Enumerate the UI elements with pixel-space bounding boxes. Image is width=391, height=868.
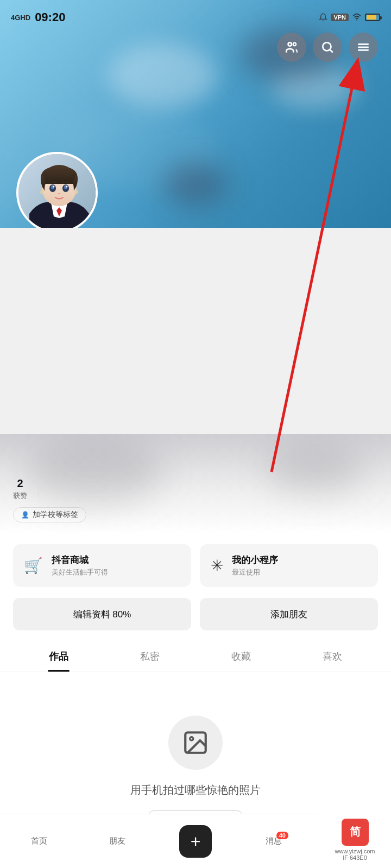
status-bar: 4GHD 09:20 VPN [0, 0, 391, 30]
svg-point-18 [40, 190, 43, 194]
service-card-apps[interactable]: ✳ 我的小程序 最近使用 [200, 544, 378, 587]
svg-point-16 [53, 186, 55, 188]
menu-icon [356, 40, 370, 54]
add-friend-button[interactable]: 添加朋友 [200, 598, 378, 630]
services-row: 🛒 抖音商城 美好生活触手可得 ✳ 我的小程序 最近使用 [13, 544, 378, 587]
avatar-container[interactable] [16, 152, 98, 228]
menu-button[interactable] [349, 33, 378, 62]
service-apps-desc: 最近使用 [232, 567, 278, 577]
friends-button[interactable] [277, 33, 306, 62]
bell-icon [319, 13, 327, 22]
tab-favorites[interactable]: 收藏 [195, 641, 287, 672]
cloud-shape-1 [109, 43, 217, 108]
nav-friends-label: 朋友 [109, 836, 125, 846]
apps-icon: ✳ [211, 557, 223, 575]
nav-create-button[interactable]: + [179, 825, 212, 858]
stat-likes-num: 2 [17, 477, 23, 490]
svg-point-19 [75, 190, 78, 194]
tab-works[interactable]: 作品 [13, 641, 104, 672]
dark-cloud-2 [163, 163, 228, 206]
search-button[interactable] [313, 33, 342, 62]
stats-row: 2 获赞 [13, 477, 378, 501]
search-icon [320, 40, 335, 54]
empty-icon-wrap [168, 716, 223, 770]
avatar-illustration [18, 154, 96, 228]
hero-section [0, 0, 391, 228]
profile-card: 2 获赞 👤 加学校等标签 🛒 抖音商城 美好生活触手可得 ✳ 我的小程序 最近… [0, 434, 391, 868]
status-time: 09:20 [35, 10, 65, 24]
battery-indicator [365, 14, 380, 21]
vpn-badge: VPN [331, 14, 349, 21]
svg-point-1 [288, 42, 292, 46]
cart-icon: 🛒 [24, 557, 43, 575]
stat-divider [38, 481, 39, 497]
service-card-shop[interactable]: 🛒 抖音商城 美好生活触手可得 [13, 544, 191, 587]
watermark-code: IF 643E0 [343, 854, 367, 861]
svg-point-17 [66, 186, 68, 188]
tab-private[interactable]: 私密 [104, 641, 195, 672]
top-actions [277, 33, 378, 62]
nav-plus-icon: + [191, 833, 201, 850]
empty-text: 用手机拍过哪些惊艳的照片 [130, 783, 261, 797]
nav-friends[interactable]: 朋友 [78, 836, 156, 846]
status-left: 4GHD 09:20 [11, 10, 65, 24]
svg-point-3 [323, 42, 331, 50]
stat-likes[interactable]: 2 获赞 [13, 477, 27, 501]
status-right: VPN [319, 13, 380, 22]
nav-home[interactable]: 首页 [0, 836, 78, 846]
tab-likes[interactable]: 喜欢 [287, 641, 378, 672]
profile-top: 2 获赞 👤 加学校等标签 [0, 434, 391, 533]
watermark: 简 www.yizwj.com IF 643E0 [319, 811, 391, 868]
svg-point-0 [356, 20, 357, 21]
edit-profile-button[interactable]: 编辑资料 80% [13, 598, 191, 630]
watermark-logo: 简 [342, 819, 369, 846]
watermark-text: www.yizwj.com [335, 848, 375, 854]
nav-messages[interactable]: 消息 40 [235, 836, 313, 846]
svg-point-2 [293, 43, 296, 46]
nav-create[interactable]: + [156, 825, 235, 858]
signal-indicator: 4GHD [11, 14, 30, 22]
messages-badge-container: 消息 40 [266, 836, 282, 846]
service-shop-desc: 美好生活触手可得 [52, 567, 108, 577]
friends-icon [285, 40, 299, 54]
stat-likes-label: 获赞 [13, 491, 27, 501]
nav-home-label: 首页 [31, 836, 47, 846]
avatar [16, 152, 98, 228]
wifi-icon [352, 13, 362, 22]
tabs-row: 作品 私密 收藏 喜欢 [0, 641, 391, 672]
image-icon [182, 729, 209, 756]
actions-row: 编辑资料 80% 添加朋友 [13, 598, 378, 630]
service-apps-name: 我的小程序 [232, 554, 278, 566]
service-apps-text: 我的小程序 最近使用 [232, 554, 278, 577]
avatar-image [18, 154, 96, 228]
svg-point-23 [190, 737, 193, 741]
service-shop-name: 抖音商城 [52, 554, 108, 566]
messages-badge-count: 40 [276, 832, 288, 839]
service-shop-text: 抖音商城 美好生活触手可得 [52, 554, 108, 577]
